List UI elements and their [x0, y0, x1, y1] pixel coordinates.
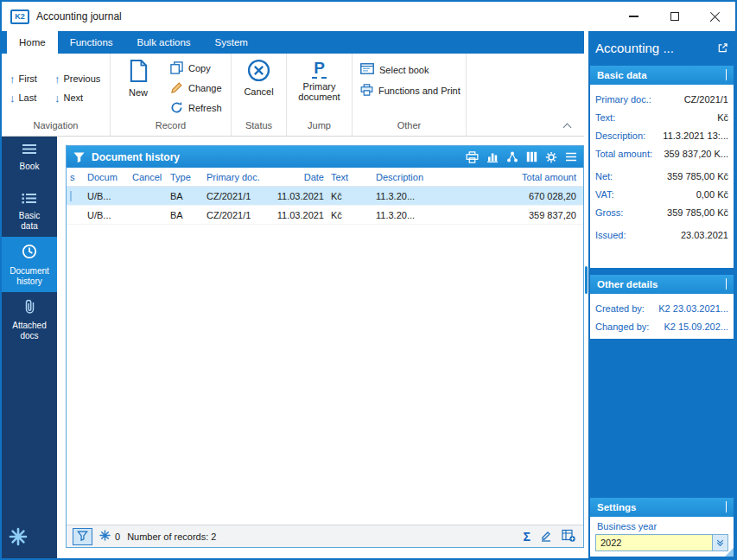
field-label: Created by: [595, 303, 645, 314]
collapse-ribbon-button[interactable] [560, 121, 574, 131]
quick-edit-icon[interactable] [540, 530, 552, 544]
business-year-combobox[interactable]: 2022 [595, 534, 728, 551]
cell-document: U/B... [84, 191, 129, 201]
chart-icon[interactable] [486, 151, 499, 162]
sum-icon[interactable]: Σ [524, 531, 531, 543]
minimize-button[interactable] [613, 2, 654, 31]
table-row[interactable]: U/B... BA CZ/2021/1 11.03.2021 Kč 11.3.2… [67, 187, 583, 206]
settings-gear-icon[interactable] [545, 151, 557, 163]
last-button[interactable]: ↓ Last [10, 88, 54, 107]
ribbon-group-jump: P Primary document Jump [287, 54, 353, 136]
field-label: Total amount: [595, 149, 652, 159]
business-year-label: Business year [595, 521, 728, 531]
paperclip-icon [24, 299, 35, 316]
change-button[interactable]: Change [170, 81, 222, 96]
jobs-indicator-button[interactable]: 0 [99, 530, 120, 543]
tab-home[interactable]: Home [7, 31, 58, 54]
new-view-icon[interactable] [562, 529, 575, 544]
column-header-cancel[interactable]: Cancel [129, 172, 167, 182]
section-title: Basic data [597, 70, 647, 80]
field-value: 359 785,00 Kč [667, 207, 728, 218]
sidebar-item-book[interactable]: Book [2, 137, 57, 186]
field-value: 0,00 Kč [696, 189, 728, 200]
tab-bulk-actions[interactable]: Bulk actions [125, 31, 203, 54]
field-label: Text: [595, 112, 615, 123]
filter-icon[interactable] [73, 151, 86, 163]
window-resize-grip[interactable] [725, 548, 734, 557]
column-header-description[interactable]: Description [372, 172, 433, 182]
cell-date: 11.03.2021 [270, 210, 327, 220]
primary-document-button[interactable]: P Primary document [291, 56, 348, 120]
group-label-other: Other [355, 120, 463, 136]
primary-document-icon: P [312, 59, 327, 79]
preview-title-row: Accounting ... [590, 31, 734, 64]
field-label: Primary doc.: [595, 94, 651, 105]
copy-button[interactable]: Copy [170, 61, 222, 76]
column-header-date[interactable]: Date [270, 172, 327, 182]
section-header-basic-data[interactable]: Basic data [590, 66, 734, 85]
field-value-link[interactable]: K2 15.09.202... [664, 321, 728, 332]
panel-header: Document history [67, 146, 583, 168]
printer-icon [360, 84, 373, 98]
field-row-description: Description: 11.3.2021 13:... [595, 126, 728, 144]
window-title: Accounting journal [36, 10, 122, 22]
cancel-label: Cancel [244, 86, 273, 97]
document-history-panel: Document history s [66, 145, 584, 548]
section-header-other-details[interactable]: Other details [590, 275, 734, 294]
ribbon-group-status: Cancel Status [232, 54, 287, 136]
sidebar-item-label: Basic data [10, 211, 49, 232]
column-header-total-amount[interactable]: Total amount [433, 172, 583, 182]
field-row-text: Text: Kč [595, 108, 728, 126]
open-in-window-icon[interactable] [717, 42, 728, 54]
filter-toggle-button[interactable] [73, 528, 92, 545]
cancel-button[interactable]: Cancel [234, 56, 283, 120]
sidebar-item-attached-docs[interactable]: Attached docs [2, 292, 57, 347]
new-button[interactable]: New [113, 56, 163, 120]
pivot-icon[interactable] [506, 151, 518, 162]
first-button[interactable]: ↑ First [10, 69, 54, 88]
previous-button[interactable]: ↑ Previous [54, 69, 111, 88]
field-value-link[interactable]: K2 23.03.2021... [658, 303, 728, 314]
group-label-record: Record [113, 120, 228, 136]
panel-splitter[interactable] [584, 31, 588, 558]
section-header-settings[interactable]: Settings [590, 498, 734, 517]
filter-icon [77, 531, 88, 543]
field-value: 359 785,00 Kč [667, 171, 728, 181]
cell-type: BA [167, 210, 203, 220]
field-value: 23.03.2021 [681, 230, 728, 240]
columns-icon[interactable] [526, 151, 537, 162]
settings-box: Business year 2022 [590, 517, 734, 557]
menu-icon[interactable] [565, 152, 577, 162]
column-header-primary-doc[interactable]: Primary doc. [203, 172, 270, 182]
sidebar-item-basic-data[interactable]: Basic data [2, 186, 57, 237]
arrow-down-icon: ↓ [54, 92, 60, 104]
splitter-handle[interactable] [585, 266, 588, 294]
title-bar: K2 Accounting journal [2, 2, 735, 31]
panel-empty-space [590, 339, 734, 496]
column-header-s[interactable]: s [67, 172, 84, 182]
functions-and-print-button[interactable]: Functions and Print [360, 84, 463, 98]
last-label: Last [19, 92, 37, 103]
status-bar: 0 Number of records: 2 Σ [67, 525, 583, 547]
column-header-text[interactable]: Text [327, 172, 372, 182]
table-row[interactable]: U/B... BA CZ/2021/1 11.03.2021 Kč 11.3.2… [67, 206, 583, 225]
tab-system[interactable]: System [203, 31, 260, 54]
business-year-value[interactable]: 2022 [596, 535, 712, 550]
chevron-up-icon [726, 70, 727, 80]
print-icon[interactable] [466, 151, 479, 163]
section-title: Settings [597, 502, 636, 512]
ribbon-tab-bar: Home Functions Bulk actions System [2, 31, 584, 54]
tab-functions[interactable]: Functions [58, 31, 125, 54]
field-label: Description: [595, 130, 645, 141]
column-header-document[interactable]: Docum [84, 172, 129, 182]
column-header-type[interactable]: Type [167, 172, 203, 182]
close-button[interactable] [695, 2, 735, 31]
maximize-button[interactable] [654, 2, 695, 31]
select-book-button[interactable]: Select book [360, 63, 463, 76]
field-row-net: Net: 359 785,00 Kč [595, 167, 728, 185]
refresh-button[interactable]: Refresh [170, 101, 222, 116]
cell-text: Kč [327, 210, 372, 220]
next-button[interactable]: ↓ Next [54, 88, 111, 107]
ribbon: ↑ First ↑ Previous ↓ Last ↓ [2, 54, 584, 137]
sidebar-item-document-history[interactable]: Document history [2, 237, 57, 292]
